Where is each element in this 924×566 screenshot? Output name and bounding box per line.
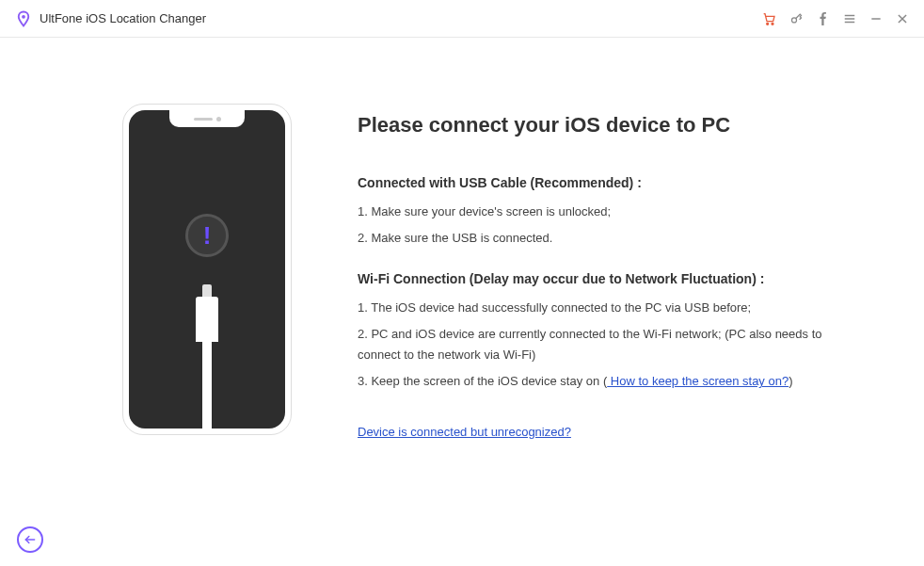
device-unrecognized-link[interactable]: Device is connected but unrecognized? — [358, 425, 571, 439]
keep-screen-on-link[interactable]: How to keep the screen stay on? — [607, 374, 789, 388]
wifi-step-3-prefix: 3. Keep the screen of the iOS device sta… — [358, 374, 607, 388]
close-icon[interactable] — [896, 12, 909, 25]
instructions-panel: Please connect your iOS device to PC Con… — [358, 104, 868, 500]
wifi-step-2: 2. PC and iOS device are currently conne… — [358, 324, 868, 365]
wifi-section-heading: Wi-Fi Connection (Delay may occur due to… — [358, 271, 868, 286]
footer — [17, 526, 43, 553]
usb-cable-icon — [192, 297, 222, 429]
svg-point-0 — [22, 14, 25, 18]
phone-screen: ! — [129, 110, 285, 429]
menu-icon[interactable] — [843, 12, 856, 25]
phone-illustration-container: ! — [56, 104, 292, 500]
usb-section-heading: Connected with USB Cable (Recommended) : — [358, 175, 868, 190]
cart-icon[interactable] — [761, 11, 776, 26]
alert-icon: ! — [185, 214, 229, 257]
wifi-step-3-suffix: ) — [789, 374, 792, 388]
titlebar: UltFone iOS Location Changer — [0, 0, 924, 38]
main-content: ! Please connect your iOS device to PC C… — [0, 38, 924, 519]
minimize-icon[interactable] — [869, 12, 883, 25]
usb-step-2: 2. Make sure the USB is connected. — [358, 228, 868, 249]
app-title: UltFone iOS Location Changer — [40, 11, 206, 25]
usb-step-1: 1. Make sure your device's screen is unl… — [358, 202, 868, 222]
facebook-icon[interactable] — [817, 12, 830, 25]
main-heading: Please connect your iOS device to PC — [358, 113, 868, 137]
wifi-step-1: 1. The iOS device had successfully conne… — [358, 298, 868, 318]
phone-illustration: ! — [122, 104, 292, 435]
back-button[interactable] — [17, 526, 43, 553]
svg-point-3 — [792, 18, 797, 23]
key-icon[interactable] — [789, 11, 804, 25]
wifi-step-3: 3. Keep the screen of the iOS device sta… — [358, 371, 868, 392]
phone-notch — [169, 110, 245, 127]
titlebar-left: UltFone iOS Location Changer — [15, 10, 206, 27]
app-logo-icon — [15, 10, 32, 27]
titlebar-right — [761, 11, 909, 26]
svg-point-1 — [767, 23, 769, 24]
svg-point-2 — [772, 23, 773, 24]
